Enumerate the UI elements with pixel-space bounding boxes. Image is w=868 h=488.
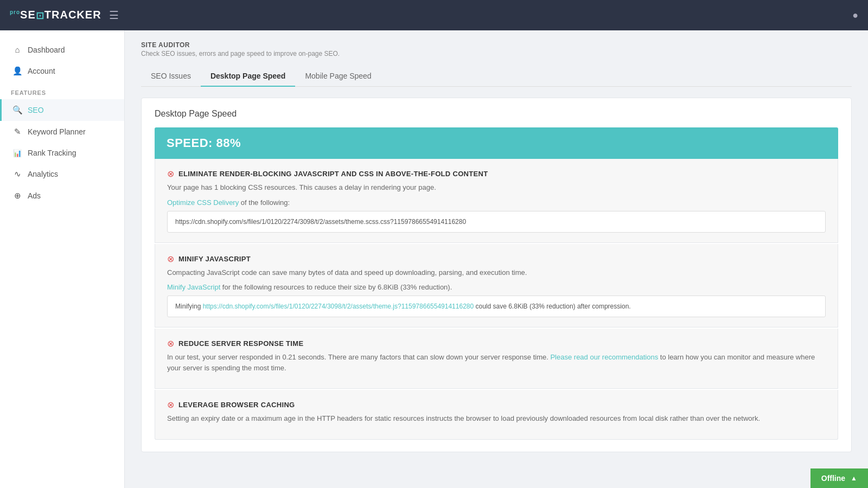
chevron-up-icon: ▲	[851, 474, 857, 482]
sidebar-item-label: Dashboard	[28, 46, 65, 54]
sidebar-item-label: Keyword Planner	[28, 127, 86, 136]
tab-mobile-page-speed[interactable]: Mobile Page Speed	[295, 66, 381, 87]
hamburger-icon[interactable]: ☰	[109, 9, 119, 22]
tabs: SEO Issues Desktop Page Speed Mobile Pag…	[141, 66, 852, 87]
code-line: https://cdn.shopify.com/s/files/1/0120/2…	[175, 218, 466, 226]
issue-title: MINIFY JAVASCRIPT	[178, 255, 251, 263]
issue-desc: In our test, your server responded in 0.…	[167, 352, 826, 373]
page-header: SITE AUDITOR Check SEO issues, errors an…	[141, 41, 852, 57]
edit-icon: ✎	[12, 127, 22, 137]
sidebar-item-label: Analytics	[28, 170, 58, 178]
code-line-suffix: could save 6.8KiB (33% reduction) after …	[474, 303, 630, 310]
sidebar-item-ads[interactable]: ⊕ Ads	[0, 185, 124, 207]
error-icon: ⊗	[167, 169, 174, 179]
optimize-css-link[interactable]: Optimize CSS Delivery	[167, 198, 239, 207]
sidebar-item-label: SEO	[28, 106, 44, 114]
main-content: SITE AUDITOR Check SEO issues, errors an…	[125, 30, 868, 488]
content-card-title: Desktop Page Speed	[155, 109, 838, 119]
issue-browser-caching: ⊗ LEVERAGE BROWSER CACHING Setting an ex…	[155, 390, 838, 440]
offline-label: Offline	[821, 474, 845, 483]
issue-action: Optimize CSS Delivery of the following:	[167, 198, 826, 207]
tab-seo-issues[interactable]: SEO Issues	[141, 66, 201, 87]
error-icon: ⊗	[167, 338, 174, 349]
issue-render-blocking: ⊗ ELIMINATE RENDER-BLOCKING JAVASCRIPT A…	[155, 159, 838, 243]
sidebar-item-seo[interactable]: 🔍 SEO	[0, 99, 124, 121]
logo-pro: pro	[10, 9, 20, 15]
issue-server-response: ⊗ REDUCE SERVER RESPONSE TIME In our tes…	[155, 329, 838, 389]
sidebar-item-rank-tracking[interactable]: 📊 Rank Tracking	[0, 143, 124, 163]
minify-js-link[interactable]: Minify JavaScript	[167, 283, 220, 291]
nav-left: proSE⊡TRACKER ☰	[10, 9, 119, 22]
error-icon: ⊗	[167, 254, 174, 264]
issue-desc: Setting an expiry date or a maximum age …	[167, 413, 826, 424]
code-line-prefix: Minifying	[175, 303, 203, 310]
content-card: Desktop Page Speed SPEED: 88% ⊗ ELIMINAT…	[141, 98, 852, 452]
logo-text: proSE⊡TRACKER	[10, 9, 101, 22]
account-icon: 👤	[12, 66, 22, 76]
layout: ⌂ Dashboard 👤 Account FEATURES 🔍 SEO ✎ K…	[0, 30, 868, 488]
issue-code-box: https://cdn.shopify.com/s/files/1/0120/2…	[167, 211, 826, 233]
issue-title: LEVERAGE BROWSER CACHING	[178, 401, 295, 409]
sidebar-item-analytics[interactable]: ∿ Analytics	[0, 163, 124, 185]
sidebar-item-label: Account	[28, 67, 55, 75]
issue-header: ⊗ REDUCE SERVER RESPONSE TIME	[167, 338, 826, 349]
home-icon: ⌂	[12, 45, 22, 54]
issue-header: ⊗ LEVERAGE BROWSER CACHING	[167, 400, 826, 410]
help-button[interactable]: ●	[852, 10, 858, 21]
recommendations-link[interactable]: Please read our recommendations	[550, 353, 658, 361]
top-nav: proSE⊡TRACKER ☰ ●	[0, 0, 868, 30]
features-section-label: FEATURES	[0, 82, 124, 99]
minify-js-url[interactable]: https://cdn.shopify.com/s/files/1/0120/2…	[203, 303, 474, 310]
issue-desc: Your page has 1 blocking CSS resources. …	[167, 182, 826, 193]
action-suffix: for the following resources to reduce th…	[220, 283, 452, 291]
sidebar-item-account[interactable]: 👤 Account	[0, 60, 124, 82]
issue-header: ⊗ MINIFY JAVASCRIPT	[167, 254, 826, 264]
tab-desktop-page-speed[interactable]: Desktop Page Speed	[201, 66, 296, 87]
issue-title: REDUCE SERVER RESPONSE TIME	[178, 339, 303, 348]
sidebar: ⌂ Dashboard 👤 Account FEATURES 🔍 SEO ✎ K…	[0, 30, 125, 488]
analytics-icon: ∿	[12, 169, 22, 179]
sidebar-item-keyword-planner[interactable]: ✎ Keyword Planner	[0, 121, 124, 143]
page-header-subtitle: Check SEO issues, errors and page speed …	[141, 50, 852, 57]
offline-badge[interactable]: Offline ▲	[810, 468, 868, 488]
speed-banner: SPEED: 88%	[155, 127, 838, 159]
error-icon: ⊗	[167, 400, 174, 410]
ads-icon: ⊕	[12, 191, 22, 201]
chart-icon: 📊	[12, 149, 22, 157]
sidebar-item-label: Rank Tracking	[28, 149, 76, 157]
issue-desc: Compacting JavaScript code can save many…	[167, 267, 826, 278]
logo: proSE⊡TRACKER	[10, 9, 101, 22]
issue-title: ELIMINATE RENDER-BLOCKING JAVASCRIPT AND…	[178, 170, 488, 178]
page-header-title: SITE AUDITOR	[141, 41, 852, 49]
sidebar-item-dashboard[interactable]: ⌂ Dashboard	[0, 39, 124, 60]
issue-action: Minify JavaScript for the following reso…	[167, 283, 826, 291]
issue-code-box: Minifying https://cdn.shopify.com/s/file…	[167, 296, 826, 317]
search-icon: 🔍	[12, 105, 22, 115]
action-suffix: of the following:	[239, 198, 290, 207]
help-icon: ●	[852, 10, 858, 21]
action-suffix: to learn how you can monitor and measure…	[167, 353, 815, 372]
sidebar-item-label: Ads	[28, 191, 41, 200]
issue-minify-js: ⊗ MINIFY JAVASCRIPT Compacting JavaScrip…	[155, 244, 838, 328]
issue-header: ⊗ ELIMINATE RENDER-BLOCKING JAVASCRIPT A…	[167, 169, 826, 179]
